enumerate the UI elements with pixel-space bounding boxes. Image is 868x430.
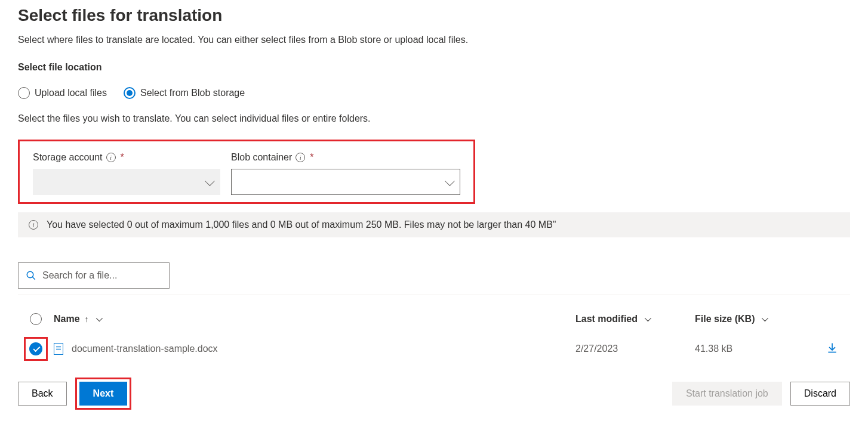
footer-actions: Back Next Start translation job Discard	[18, 378, 850, 410]
page-title: Select files for translation	[18, 6, 850, 25]
info-bar-text: You have selected 0 out of maximum 1,000…	[47, 219, 556, 230]
back-button[interactable]: Back	[18, 382, 67, 406]
file-name: document-translation-sample.docx	[72, 344, 218, 354]
column-size-label: File size (KB)	[695, 314, 755, 324]
chevron-down-icon	[205, 176, 215, 186]
search-icon	[26, 270, 36, 281]
svg-point-0	[27, 271, 33, 278]
select-all-checkbox[interactable]	[30, 313, 42, 325]
storage-account-label: Storage account	[33, 152, 103, 163]
next-button[interactable]: Next	[79, 382, 128, 406]
table-row[interactable]: document-translation-sample.docx 2/27/20…	[18, 331, 850, 367]
file-size: 41.38 kB	[695, 344, 814, 354]
info-icon[interactable]: i	[296, 153, 305, 162]
start-translation-button: Start translation job	[672, 382, 782, 406]
info-icon[interactable]: i	[106, 153, 116, 162]
radio-unchecked-icon	[18, 87, 30, 99]
required-mark: *	[310, 152, 313, 163]
required-mark: *	[121, 152, 124, 163]
radio-blob-storage[interactable]: Select from Blob storage	[124, 87, 245, 99]
storage-account-field: Storage account i *	[33, 152, 220, 195]
column-name-header[interactable]: Name ↑	[54, 314, 575, 324]
file-location-radio-group: Upload local files Select from Blob stor…	[18, 87, 850, 99]
column-modified-label: Last modified	[575, 314, 638, 324]
row-checkbox-checked[interactable]	[29, 342, 42, 355]
download-icon[interactable]	[814, 342, 850, 357]
storage-account-select[interactable]	[33, 169, 220, 195]
sort-ascending-icon: ↑	[85, 314, 89, 324]
column-modified-header[interactable]: Last modified	[575, 314, 695, 324]
storage-selectors-highlight: Storage account i * Blob container i *	[18, 140, 475, 204]
radio-upload-local[interactable]: Upload local files	[18, 87, 107, 99]
column-name-label: Name	[54, 314, 80, 324]
radio-upload-label: Upload local files	[35, 88, 107, 98]
info-icon: i	[29, 220, 38, 230]
blob-container-field: Blob container i *	[231, 152, 460, 195]
page-description: Select where files to translate are loca…	[18, 35, 850, 45]
blob-container-select[interactable]	[231, 169, 460, 195]
selection-info-bar: i You have selected 0 out of maximum 1,0…	[18, 212, 850, 237]
next-button-highlight: Next	[75, 378, 132, 410]
discard-button[interactable]: Discard	[790, 382, 850, 406]
chevron-down-icon	[96, 315, 102, 321]
radio-blob-label: Select from Blob storage	[140, 88, 245, 98]
selection-hint: Select the files you wish to translate. …	[18, 113, 850, 124]
file-modified: 2/27/2023	[575, 344, 695, 354]
chevron-down-icon	[645, 315, 651, 321]
row-checkbox-highlight	[24, 337, 48, 361]
file-search-input[interactable]: Search for a file...	[18, 262, 170, 289]
file-location-label: Select file location	[18, 62, 850, 73]
radio-checked-icon	[124, 87, 136, 99]
chevron-down-icon	[762, 315, 768, 321]
column-size-header[interactable]: File size (KB)	[695, 314, 814, 324]
svg-line-1	[32, 277, 35, 280]
document-icon	[54, 343, 63, 355]
file-table-header: Name ↑ Last modified File size (KB)	[18, 307, 850, 331]
divider	[18, 295, 850, 295]
checkmark-icon	[33, 345, 40, 352]
chevron-down-icon	[445, 176, 455, 186]
blob-container-label: Blob container	[231, 152, 292, 163]
search-placeholder: Search for a file...	[42, 270, 117, 281]
